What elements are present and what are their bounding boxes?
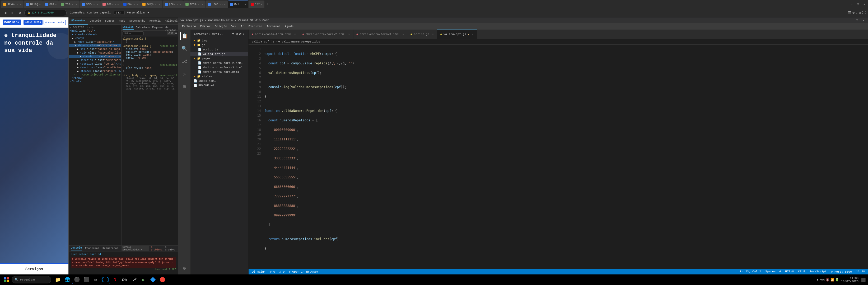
tab-close[interactable]: ✕ <box>180 3 181 6</box>
plus-icon[interactable]: ⊕ <box>175 31 177 35</box>
taskbar-app-netflix[interactable]: N <box>111 275 119 284</box>
devtools-tab-fontes[interactable]: Fontes <box>103 17 117 25</box>
port-status[interactable]: ⊕ Port: 5500 <box>830 270 853 273</box>
notification-icon[interactable]: ⬛ <box>861 277 866 282</box>
browser-tab-mo[interactable]: Mo... ✕ <box>121 1 140 8</box>
explorer-new-file-icon[interactable]: + <box>232 32 234 36</box>
file-item-abrir-conta-form[interactable]: 📄 abrir-conta-form.html <box>190 70 248 74</box>
tab-close-icon[interactable]: ✕ <box>402 33 404 36</box>
tab-close[interactable]: ✕ <box>261 3 262 6</box>
taskbar-app-misc[interactable]: 🔷 <box>149 275 157 284</box>
tree-line[interactable]: </html> <box>69 80 121 83</box>
activity-explorer-icon[interactable]: 📋 <box>180 32 189 40</box>
menu-ir[interactable]: Ir <box>239 24 246 29</box>
devtools-tab-rede[interactable]: Rede <box>117 17 127 25</box>
devtools-icon-1[interactable]: ☰ <box>848 10 851 15</box>
menu-editar[interactable]: Editar <box>199 24 212 29</box>
menu-ver[interactable]: Ver <box>230 24 238 29</box>
tree-line[interactable]: ▶ <section class="conta">…</section> <box>69 62 121 66</box>
tab-close[interactable]: ✕ <box>202 3 203 6</box>
browser-tab-loca[interactable]: loca... ✕ <box>206 1 227 8</box>
activity-extensions-icon[interactable]: ⊞ <box>180 82 189 91</box>
cls-toggle[interactable]: .cls <box>167 31 175 35</box>
styles-filter-input[interactable] <box>123 31 144 35</box>
tab-close[interactable]: ✕ <box>136 3 138 6</box>
browser-tab-ace[interactable]: Ace... ✕ <box>100 1 121 8</box>
file-item-abrir-conta-form-3[interactable]: 📄 abrir-conta-form-3.html <box>190 65 248 70</box>
abrir-conta-button[interactable]: Abrir conta <box>24 20 42 25</box>
taskbar-app-mail[interactable]: ✉ <box>91 275 100 284</box>
file-item-abrir-conta-form-2[interactable]: 📄 abrir-conta-form-2.html <box>190 61 248 65</box>
taskbar-app-chrome[interactable]: ⚫ <box>72 275 81 284</box>
tree-line[interactable]: ▶ <footer class="rodape">…</footer> <box>69 69 121 73</box>
minimize-button[interactable]: ─ <box>849 2 854 7</box>
console-tab-btn[interactable]: Console <box>71 246 82 250</box>
problemas-tab-btn[interactable]: Problemas <box>85 247 99 250</box>
file-item-styles-folder[interactable]: ▶ 📁 styles <box>190 74 248 79</box>
start-button[interactable] <box>2 276 10 284</box>
tree-line[interactable]: <!DOCTYPE html> <box>69 26 121 29</box>
menu-selecao[interactable]: Seleção <box>213 24 228 29</box>
menu-terminal[interactable]: Terminal <box>265 24 282 29</box>
activity-debug-icon[interactable]: ▷ <box>180 70 189 78</box>
personalizar-dropdown[interactable]: Personalizar ▼ <box>127 11 149 14</box>
tab-close[interactable]: ✕ <box>245 3 246 6</box>
taskbar-app-chrome2[interactable]: 🔴 <box>158 275 167 284</box>
taskbar-app-store[interactable]: 🛍 <box>120 275 129 284</box>
maximize-button[interactable]: □ <box>855 2 861 7</box>
line-ending-status[interactable]: CRLF <box>797 270 806 273</box>
tab-close-icon[interactable]: ✕ <box>472 33 474 36</box>
menu-ficheiro[interactable]: Ficheiro <box>180 24 197 29</box>
tree-line[interactable]: <!-- Code injected by live-server --> <box>69 73 121 76</box>
taskbar-app-git[interactable]: ⎇ <box>129 275 138 284</box>
vscode-maximize[interactable]: □ <box>854 18 860 23</box>
explorer-refresh-icon[interactable]: ↺ <box>239 32 242 36</box>
vscode-minimize[interactable]: ─ <box>848 18 853 23</box>
zoom-input[interactable]: 333 <box>114 11 125 15</box>
forward-button[interactable]: ▶ <box>9 10 16 16</box>
tab-close[interactable]: ✕ <box>39 3 40 6</box>
tree-line[interactable]: ▶ <h1 class="cabecalho_logo-inicio">…</h… <box>69 47 121 51</box>
editor-tab-abrir-conta-form-2-html[interactable]: ◉ abrir-conta-form-2.html ✕ <box>299 30 353 39</box>
editor-tab-valida-cpf-js[interactable]: ◉ valida-cpf.js ● ✕ <box>437 30 477 39</box>
line-col-status[interactable]: Ln 23, Col 2 <box>739 270 762 273</box>
tab-close[interactable]: ✕ <box>117 3 119 6</box>
back-button[interactable]: ◀ <box>2 10 8 16</box>
taskbar-app-node[interactable]: ▶ <box>139 275 148 284</box>
browser-tab-java[interactable]: Java... ✕ <box>1 1 24 8</box>
breadcrumb-file[interactable]: valida-cpf.js <box>252 40 275 43</box>
devtools-tab-memoria[interactable]: Memória <box>147 17 163 25</box>
devtools-icon-5[interactable]: ⛶ <box>862 11 866 15</box>
tree-line[interactable]: <html lang="pt"> <box>69 29 121 33</box>
browser-tab-fon[interactable]: fon... ✕ <box>59 1 79 8</box>
tab-close-icon[interactable]: ✕ <box>348 33 350 36</box>
browser-tab-bliog[interactable]: Bliog ✕ <box>24 1 42 8</box>
file-item-script-js[interactable]: 📄 script.js <box>190 47 248 52</box>
explorer-collapse-icon[interactable]: ↕ <box>243 32 245 36</box>
file-item-pages-folder[interactable]: ▼ 📁 pages <box>190 56 248 61</box>
warnings-status[interactable]: ⚠ 0 <box>278 270 285 273</box>
editor-tab-abrir-conta-form-3-html[interactable]: ◉ abrir-conta-form-3.html ✕ <box>353 30 408 39</box>
devtools-icon-4[interactable]: ⊘ <box>859 10 861 15</box>
browser-tab-fal[interactable]: Fal... ✕ <box>228 1 248 8</box>
tree-line[interactable]: ▶ <div class="cabecalho_lista"> <box>69 51 121 55</box>
menu-executar[interactable]: Executar <box>247 24 264 29</box>
browser-tab-scry[interactable]: scry... ✕ <box>140 1 162 8</box>
tree-line[interactable]: ▶ <header class="cabecalho-lista"> <box>69 55 121 58</box>
spaces-status[interactable]: Spaces: 4 <box>764 270 782 273</box>
resultados-tab-btn[interactable]: Resultados <box>102 247 118 250</box>
tree-line[interactable]: </body> <box>69 76 121 80</box>
menu-ajuda[interactable]: Ajuda <box>283 24 295 29</box>
tree-line[interactable]: ▶ <head>…</head> <box>69 33 121 36</box>
explorer-new-folder-icon[interactable]: ⊕ <box>236 32 238 36</box>
file-item-index-html[interactable]: 📄 index.html <box>190 79 248 83</box>
tab-close-icon[interactable]: ✕ <box>294 33 296 36</box>
reload-button[interactable]: ↺ <box>17 10 23 16</box>
activity-git-icon[interactable]: ⎇ <box>180 57 189 65</box>
esquema-tab[interactable]: Esquema <box>152 26 163 29</box>
acessar-conta-button[interactable]: Acessar conta <box>43 20 66 25</box>
devtools-tab-elementos[interactable]: Elementos <box>69 17 88 25</box>
errors-status[interactable]: ⊗ 0 <box>269 270 276 273</box>
tree-line[interactable]: ▶ <section class="servicos">…</section> <box>69 58 121 62</box>
calculado-tab[interactable]: Calculado <box>136 26 150 29</box>
